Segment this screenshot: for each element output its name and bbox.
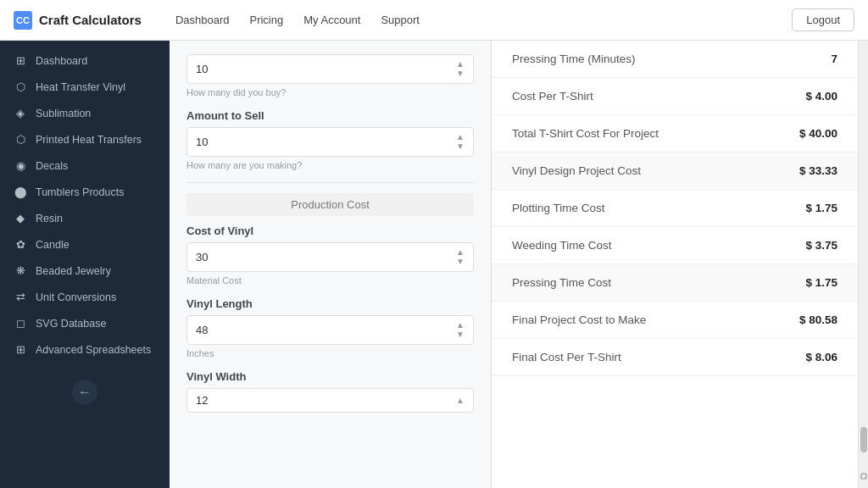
result-value: 7 [831, 53, 837, 65]
tumblers-icon: ⬤ [14, 186, 27, 198]
vinyl-width-input[interactable]: 12 ▲ [186, 388, 474, 413]
result-row-cost-per-tshirt: Cost Per T-Shirt $ 4.00 [492, 78, 858, 115]
spinner-arrows-vinyl-length[interactable]: ▲ ▼ [456, 321, 465, 339]
sidebar-item-decals[interactable]: ◉ Decals [0, 152, 170, 179]
vinyl-width-value: 12 [196, 394, 208, 407]
scrollbar[interactable]: ▼ [858, 41, 868, 488]
nav-dashboard[interactable]: Dashboard [175, 14, 230, 26]
vinyl-length-sublabel: Inches [186, 348, 474, 358]
amount-to-buy-field: 10 ▲ ▼ How many did you buy? [186, 54, 474, 97]
sidebar-item-label: Printed Heat Transfers [36, 134, 142, 146]
dashboard-icon: ⊞ [14, 54, 27, 67]
cost-of-vinyl-sublabel: Material Cost [186, 275, 474, 286]
sidebar-item-svg-database[interactable]: ◻ SVG Database [0, 310, 170, 336]
sidebar: ⊞ Dashboard ⬡ Heat Transfer Vinyl ◈ Subl… [0, 41, 170, 488]
vinyl-length-input[interactable]: 48 ▲ ▼ [186, 315, 474, 345]
amount-to-buy-value: 10 [196, 63, 208, 75]
amount-to-sell-value: 10 [196, 136, 208, 148]
amount-to-sell-input[interactable]: 10 ▲ ▼ [186, 127, 474, 157]
result-label: Pressing Time Cost [512, 276, 611, 289]
beaded-jewelry-icon: ❋ [14, 264, 27, 277]
sidebar-item-label: Tumblers Products [36, 186, 124, 198]
result-value: $ 8.06 [805, 351, 837, 363]
sidebar-item-label: Dashboard [36, 55, 87, 67]
spinner-arrows-vinyl-width[interactable]: ▲ [456, 396, 465, 405]
result-row-final-project-cost: Final Project Cost to Make $ 80.58 [492, 302, 858, 339]
sidebar-item-label: SVG Database [36, 318, 106, 330]
back-button[interactable]: ← [72, 380, 97, 405]
result-label: Cost Per T-Shirt [512, 90, 593, 103]
nav-support[interactable]: Support [381, 14, 420, 26]
result-value: $ 4.00 [805, 90, 837, 103]
spinner-down-icon[interactable]: ▼ [456, 258, 465, 266]
result-row-plotting-time-cost: Plotting Time Cost $ 1.75 [492, 190, 858, 227]
divider [186, 182, 474, 183]
vinyl-width-title: Vinyl Width [186, 370, 474, 383]
result-value: $ 33.33 [799, 164, 837, 177]
sidebar-item-resin[interactable]: ◆ Resin [0, 205, 170, 231]
spinner-arrows-sell[interactable]: ▲ ▼ [456, 133, 465, 151]
amount-to-buy-input[interactable]: 10 ▲ ▼ [186, 54, 474, 84]
scrollbar-down-arrow[interactable]: ▼ [860, 473, 867, 480]
spinner-up-icon[interactable]: ▲ [456, 133, 465, 141]
advanced-spreadsheets-icon: ⊞ [14, 343, 27, 356]
amount-to-sell-field: Amount to Sell 10 ▲ ▼ How many are you m… [186, 109, 474, 170]
top-navigation: CC Craft Calculators Dashboard Pricing M… [0, 0, 868, 41]
result-label: Plotting Time Cost [512, 202, 605, 214]
vinyl-length-title: Vinyl Length [186, 297, 474, 310]
sidebar-item-beaded-jewelry[interactable]: ❋ Beaded Jewelry [0, 258, 170, 284]
amount-to-sell-title: Amount to Sell [186, 109, 474, 122]
sidebar-item-label: Beaded Jewelry [36, 265, 111, 277]
cost-of-vinyl-value: 30 [196, 251, 208, 263]
result-label: Vinyl Design Project Cost [512, 164, 641, 177]
result-row-vinyl-design-cost: Vinyl Design Project Cost $ 33.33 [492, 152, 858, 190]
sidebar-item-dashboard[interactable]: ⊞ Dashboard [0, 47, 170, 74]
sidebar-item-sublimation[interactable]: ◈ Sublimation [0, 100, 170, 126]
scrollbar-thumb[interactable] [860, 427, 867, 452]
nav-my-account[interactable]: My Account [303, 14, 360, 26]
pht-icon: ⬡ [14, 133, 27, 146]
form-panel: 10 ▲ ▼ How many did you buy? Amount to S… [170, 41, 492, 488]
sidebar-item-unit-conversions[interactable]: ⇄ Unit Conversions [0, 284, 170, 310]
sidebar-item-pht[interactable]: ⬡ Printed Heat Transfers [0, 126, 170, 152]
nav-links: Dashboard Pricing My Account Support [175, 14, 792, 26]
sidebar-item-label: Heat Transfer Vinyl [36, 81, 125, 93]
sidebar-item-tumblers[interactable]: ⬤ Tumblers Products [0, 179, 170, 205]
sidebar-item-htv[interactable]: ⬡ Heat Transfer Vinyl [0, 74, 170, 100]
sidebar-item-label: Candle [36, 239, 70, 251]
resin-icon: ◆ [14, 212, 27, 225]
result-value: $ 1.75 [805, 276, 837, 289]
spinner-up-icon[interactable]: ▲ [456, 396, 465, 405]
spinner-up-icon[interactable]: ▲ [456, 321, 465, 330]
result-label: Total T-Shirt Cost For Project [512, 127, 659, 140]
main-layout: ⊞ Dashboard ⬡ Heat Transfer Vinyl ◈ Subl… [0, 41, 868, 488]
vinyl-length-value: 48 [196, 324, 208, 336]
spinner-arrows-buy[interactable]: ▲ ▼ [456, 60, 465, 78]
sublimation-icon: ◈ [14, 107, 27, 119]
sidebar-item-label: Sublimation [36, 108, 91, 119]
htv-icon: ⬡ [14, 80, 27, 93]
logo-icon: CC [14, 11, 32, 30]
sidebar-item-advanced-spreadsheets[interactable]: ⊞ Advanced Spreadsheets [0, 336, 170, 363]
cost-of-vinyl-field: Cost of Vinyl 30 ▲ ▼ Material Cost [186, 225, 474, 286]
sidebar-item-label: Decals [36, 160, 68, 172]
sidebar-item-candle[interactable]: ✿ Candle [0, 231, 170, 258]
nav-pricing[interactable]: Pricing [249, 14, 283, 26]
spinner-down-icon[interactable]: ▼ [456, 69, 465, 78]
sidebar-item-label: Advanced Spreadsheets [36, 344, 151, 356]
spinner-arrows-vinyl-cost[interactable]: ▲ ▼ [456, 248, 465, 266]
production-cost-title: Production Cost [186, 193, 474, 216]
result-row-pressing-time-cost: Pressing Time Cost $ 1.75 [492, 264, 858, 302]
cost-of-vinyl-input[interactable]: 30 ▲ ▼ [186, 242, 474, 272]
spinner-up-icon[interactable]: ▲ [456, 248, 465, 257]
vinyl-length-field: Vinyl Length 48 ▲ ▼ Inches [186, 297, 474, 358]
spinner-up-icon[interactable]: ▲ [456, 60, 465, 69]
result-row-final-cost-per-tshirt: Final Cost Per T-Shirt $ 8.06 [492, 339, 858, 376]
results-panel: Pressing Time (Minutes) 7 Cost Per T-Shi… [492, 41, 858, 488]
spinner-down-icon[interactable]: ▼ [456, 142, 465, 151]
spinner-down-icon[interactable]: ▼ [456, 330, 465, 339]
logo-text: Craft Calculators [39, 13, 142, 27]
logo-area: CC Craft Calculators [14, 11, 142, 30]
logout-button[interactable]: Logout [792, 8, 854, 31]
result-value: $ 1.75 [805, 202, 837, 214]
